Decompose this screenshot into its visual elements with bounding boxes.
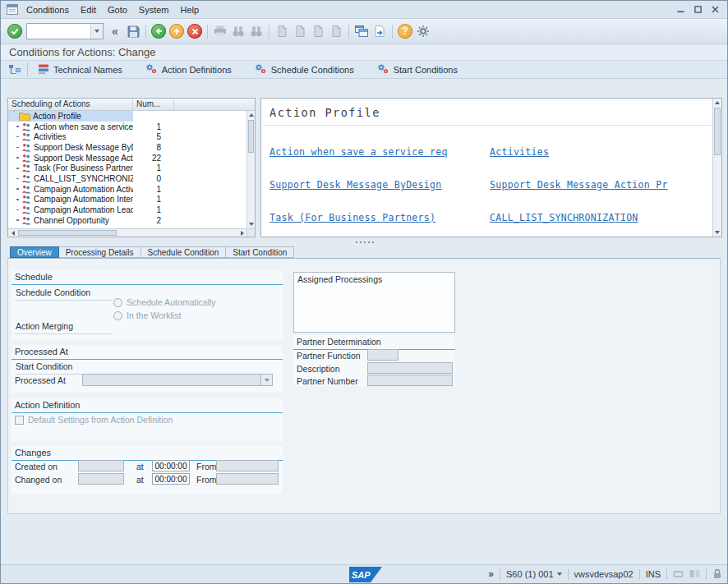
tree-item[interactable]: Action when save a service re1 — [8, 122, 247, 132]
tree-item[interactable]: Support Desk Message ByDes8 — [8, 142, 247, 153]
action-definitions-icon — [145, 63, 158, 76]
tree-item-count: 1 — [133, 185, 161, 194]
menu-system[interactable]: System — [133, 2, 175, 17]
cancel-icon[interactable] — [186, 22, 204, 40]
menu-help[interactable]: Help — [175, 2, 205, 17]
tree-item-root[interactable]: Action Profile — [8, 111, 247, 122]
scroll-down-icon[interactable] — [247, 220, 255, 228]
link-action-profile[interactable]: CALL_LIST_SYNCHRONIZATION — [490, 212, 712, 223]
insert-mode-indicator[interactable]: INS — [646, 569, 661, 579]
link-action-profile[interactable]: Activities — [490, 146, 712, 158]
tree-horizontal-scrollbar[interactable] — [8, 228, 247, 237]
tree-item[interactable]: Campaign Automation Intern1 — [8, 195, 247, 205]
menu-goto[interactable]: Goto — [102, 2, 133, 17]
tree-item-count: 22 — [133, 154, 161, 163]
tree-item[interactable]: Campaign Automation Activiti1 — [8, 184, 247, 195]
action-definitions-button[interactable]: Action Definitions — [139, 62, 238, 78]
tree-item-count: 1 — [133, 163, 161, 172]
command-input[interactable] — [27, 24, 90, 39]
tree-item-count: 2 — [133, 216, 161, 225]
tree-item[interactable]: Activities5 — [8, 131, 247, 142]
scroll-down-icon[interactable] — [713, 228, 721, 237]
back-icon[interactable] — [150, 22, 168, 40]
print-icon — [211, 22, 229, 40]
tree-item-label: Channel Opportunity — [34, 216, 109, 225]
help-icon[interactable]: ? — [396, 22, 414, 40]
technical-names-button[interactable]: Technical Names — [31, 62, 129, 78]
sap-logo: SAP — [349, 567, 382, 584]
customize-layout-icon[interactable] — [414, 22, 432, 40]
scrollbar-thumb[interactable] — [18, 230, 117, 236]
tree-item[interactable]: CALL_LIST_SYNCHRONIZATI0 — [8, 173, 247, 184]
next-page-icon — [309, 22, 327, 40]
processed-at-heading: Processed At — [12, 345, 283, 360]
collapse-command-icon[interactable]: « — [106, 22, 124, 40]
link-action-profile[interactable]: Task (For Business Partners) — [270, 212, 490, 223]
expand-h ierarchy-icon[interactable] — [6, 61, 24, 79]
scroll-left-icon[interactable] — [8, 229, 17, 237]
scroll-right-icon[interactable] — [237, 229, 247, 237]
menu-edit[interactable]: Edit — [75, 2, 102, 17]
system-session-info[interactable]: S60 (1) 001 — [506, 569, 561, 579]
chevron-down-icon — [260, 375, 272, 385]
tree-column-header[interactable]: Scheduling of Actions — [8, 99, 133, 110]
detail-vertical-scrollbar[interactable] — [712, 99, 721, 237]
create-shortcut-icon[interactable] — [371, 22, 389, 40]
description-field — [367, 362, 453, 374]
tab-overview[interactable]: Overview — [10, 246, 59, 258]
bullet-icon — [16, 147, 19, 149]
action-item-icon — [21, 143, 31, 152]
tab-schedule-condition[interactable]: Schedule Condition — [141, 246, 227, 258]
scrollbar-thumb[interactable] — [714, 108, 721, 155]
menu-conditions[interactable]: Conditions — [21, 2, 75, 17]
minimize-button[interactable] — [673, 3, 688, 16]
tree-item[interactable]: Channel Opportunity2 — [8, 215, 247, 226]
start-conditions-button[interactable]: Start Conditions — [371, 62, 464, 78]
collapse-node-icon[interactable] — [12, 112, 16, 121]
new-session-icon[interactable] — [352, 22, 371, 40]
scroll-up-icon[interactable] — [247, 111, 255, 119]
enter-icon[interactable] — [6, 22, 24, 40]
close-button[interactable] — [707, 3, 722, 16]
save-icon[interactable] — [124, 22, 142, 40]
menu-bar: Conditions Edit Goto System Help — [1, 1, 727, 19]
command-dropdown-icon[interactable] — [90, 24, 103, 39]
schedule-conditions-button[interactable]: Schedule Conditions — [248, 62, 361, 78]
tree-vertical-scrollbar[interactable] — [247, 111, 255, 228]
scrollbar-thumb[interactable] — [248, 120, 254, 153]
link-action-profile[interactable]: Action when save a service req — [270, 146, 490, 158]
action-item-icon — [21, 154, 31, 163]
tree-item[interactable]: Support Desk Message Action22 — [8, 153, 247, 163]
tree-item-label: Activities — [34, 132, 66, 141]
tree-item-count: 1 — [133, 122, 161, 131]
action-item-icon — [21, 185, 31, 194]
tab-processing-details[interactable]: Processing Details — [59, 246, 141, 258]
processed-at-dropdown — [82, 374, 273, 386]
horizontal-splitter[interactable] — [7, 238, 722, 246]
tree-item[interactable]: Task (For Business Partners)1 — [8, 163, 247, 173]
sap-gui-window: Conditions Edit Goto System Help « — [0, 0, 728, 584]
bullet-icon — [16, 209, 19, 211]
link-action-profile[interactable]: Support Desk Message ByDesign — [270, 179, 490, 191]
scroll-up-icon[interactable] — [713, 99, 721, 107]
assigned-processings-box: Assigned Processings — [293, 272, 455, 333]
tree-item[interactable]: Campaign Automation Lead1 — [8, 205, 247, 215]
num-column-header[interactable]: Num... — [133, 99, 174, 110]
assigned-processings-heading: Assigned Processings — [294, 273, 454, 286]
at-label: at — [136, 475, 144, 485]
link-action-profile[interactable]: Support Desk Message Action Pr — [490, 179, 712, 191]
changed-time-field[interactable]: 00:00:00 — [152, 473, 190, 485]
bullet-icon — [16, 136, 19, 138]
folder-icon — [19, 112, 30, 121]
expand-status-fields-icon[interactable]: » — [488, 568, 494, 580]
exit-icon[interactable] — [168, 22, 186, 40]
processed-at-label: Processed At — [15, 375, 66, 385]
action-item-icon — [21, 216, 31, 225]
command-field[interactable] — [26, 23, 104, 39]
maximize-button[interactable] — [690, 3, 705, 16]
action-definition-section: Action Definition Default Settings from … — [12, 398, 283, 441]
created-time-field[interactable]: 00:00:00 — [152, 460, 190, 471]
tab-start-condition[interactable]: Start Condition — [226, 246, 294, 258]
divider — [500, 569, 500, 580]
response-time-icon — [673, 569, 684, 580]
